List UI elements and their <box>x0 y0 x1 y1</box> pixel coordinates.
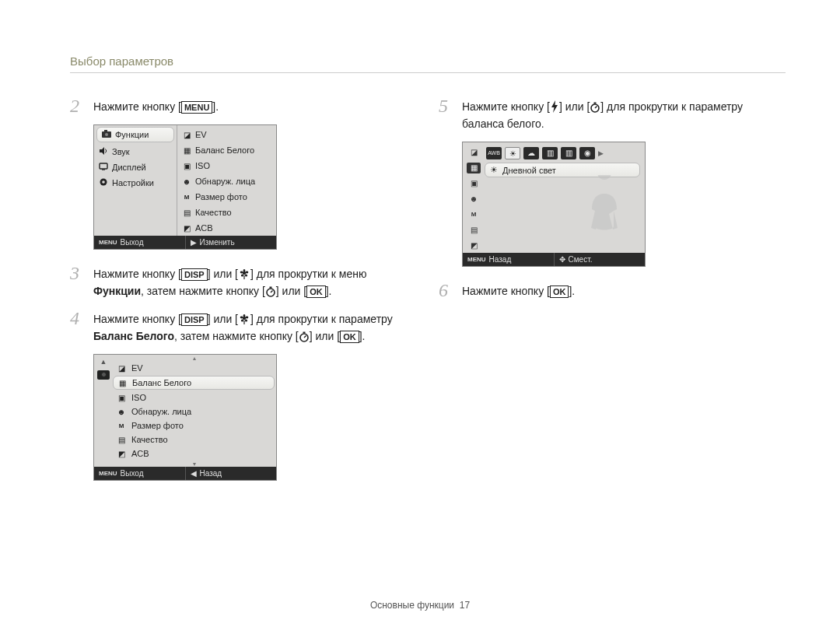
sub-label: ACB <box>195 223 213 233</box>
menu-item-functions[interactable]: Функции <box>96 127 174 142</box>
ok-button-icon: OK <box>340 331 359 343</box>
text-fragment: ]. <box>359 330 366 342</box>
sub-item-ev[interactable]: ◪EV <box>177 127 276 142</box>
sub-label: Обнаруж. лица <box>195 177 255 186</box>
wb-tungsten[interactable]: ◉ <box>579 147 595 159</box>
row-label: ISO <box>131 393 146 402</box>
svg-rect-13 <box>243 275 244 279</box>
row-iso[interactable]: ▣ISO <box>113 391 276 405</box>
wb-cloudy[interactable]: ☁ <box>523 147 539 159</box>
person-silhouette <box>581 175 628 245</box>
footer-text: Назад <box>200 469 222 478</box>
row-ev[interactable]: ◪EV <box>113 361 276 375</box>
svg-rect-4 <box>102 170 105 170</box>
menu-label-icon: MENU <box>467 256 486 263</box>
quality-icon: ▤ <box>467 225 481 236</box>
row-wb[interactable]: ▦Баланс Белого <box>113 376 275 390</box>
step-3: 3 Нажмите кнопку [DISP] или [] для прокр… <box>70 264 404 299</box>
chevron-up-icon: ▲ <box>100 358 107 366</box>
row-size[interactable]: MРазмер фото <box>113 419 276 433</box>
wb-awb[interactable]: AWB <box>486 147 502 159</box>
acb-icon: ◩ <box>116 450 127 458</box>
footer-back[interactable]: MENUНазад <box>463 253 554 266</box>
text-fragment: Нажмите кнопку [ <box>93 268 181 280</box>
row-label: Баланс Белого <box>132 378 191 387</box>
menu-label: Настройки <box>112 178 154 187</box>
size-icon: M <box>116 422 127 429</box>
camshot-left-panel: Функции Звук Дисплей <box>94 125 177 236</box>
svg-point-11 <box>241 274 243 276</box>
wb-selected-label: Дневной свет <box>502 166 556 175</box>
sub-item-size[interactable]: MРазмер фото <box>177 189 276 205</box>
step-number: 5 <box>439 96 454 115</box>
footer-text: Смест. <box>569 255 593 264</box>
ok-button-icon: OK <box>550 285 569 298</box>
camera-icon <box>97 370 110 380</box>
step-text: Нажмите кнопку [MENU]. <box>93 96 219 115</box>
row-label: ACB <box>131 449 149 458</box>
face-icon: ☻ <box>181 177 192 186</box>
cs3-body: ◪ ▦ ▣ ☻ M ▤ ◩ AWB ☀ ☁ ▥ <box>463 142 645 253</box>
wb-fluorescent-h[interactable]: ▥ <box>542 147 558 159</box>
content-columns: 2 Нажмите кнопку [MENU]. Функции <box>70 96 786 495</box>
timer-icon <box>590 102 600 113</box>
size-icon: M <box>181 194 192 201</box>
text-fragment: Нажмите кнопку [ <box>462 100 550 113</box>
sub-item-acb[interactable]: ◩ACB <box>177 220 276 236</box>
sub-item-iso[interactable]: ▣ISO <box>177 158 276 173</box>
menu-label: Дисплей <box>112 163 146 172</box>
row-quality[interactable]: ▤Качество <box>113 433 276 447</box>
text-fragment: ] или [ <box>276 285 306 297</box>
footer-exit[interactable]: MENUВыход <box>94 236 185 249</box>
footer-shift[interactable]: ✥Смест. <box>554 253 646 266</box>
back-icon: ◀ <box>191 469 197 478</box>
ev-icon: ◪ <box>116 364 127 373</box>
svg-point-6 <box>102 180 105 184</box>
wb-option-strip: AWB ☀ ☁ ▥ ▥ ◉ ▶ <box>485 145 645 163</box>
step-number: 2 <box>70 96 86 115</box>
sub-item-wb[interactable]: ▦Баланс Белого <box>177 142 276 158</box>
step-number: 6 <box>439 281 454 299</box>
text-fragment: ] для прокрутки к меню <box>250 268 366 280</box>
step-number: 3 <box>70 264 86 282</box>
cs2-leftbar: ▲ <box>94 355 113 467</box>
step-text: Нажмите кнопку [] или [] для прокрутки к… <box>462 96 773 132</box>
footer-change[interactable]: ▶Изменить <box>185 236 277 249</box>
text-fragment: ] или [ <box>559 100 590 113</box>
footer-exit[interactable]: MENUВыход <box>94 467 185 480</box>
wb-fluorescent-l[interactable]: ▥ <box>561 147 576 159</box>
text-fragment: ] для прокрутки к параметру <box>250 313 393 325</box>
chevron-up-icon: ▴ <box>113 355 276 361</box>
camera-menu-screenshot-2: ▲ ▴ ◪EV ▦Баланс Белого ▣ISO ☻Обнаруж. ли… <box>93 354 277 481</box>
camshot-right-panel: ◪EV ▦Баланс Белого ▣ISO ☻Обнаруж. лица M… <box>177 125 276 236</box>
row-acb[interactable]: ◩ACB <box>113 447 276 461</box>
footer-back[interactable]: ◀Назад <box>185 467 277 480</box>
sub-item-face[interactable]: ☻Обнаруж. лица <box>177 173 276 189</box>
macro-flower-icon <box>238 269 250 280</box>
menu-label-icon: MENU <box>99 470 117 477</box>
svg-rect-23 <box>243 321 244 324</box>
row-label: EV <box>131 363 143 373</box>
sub-item-quality[interactable]: ▤Качество <box>177 205 276 220</box>
camshot-footer: MENUВыход ◀Назад <box>94 467 276 480</box>
step-text: Нажмите кнопку [OK]. <box>462 281 575 299</box>
sub-label: ISO <box>195 161 210 170</box>
svg-point-19 <box>240 317 243 319</box>
svg-line-29 <box>595 107 597 109</box>
sun-icon: ☀ <box>490 165 498 175</box>
svg-line-26 <box>304 336 306 338</box>
row-face[interactable]: ☻Обнаруж. лица <box>113 405 276 419</box>
camera-wb-screenshot: ◪ ▦ ▣ ☻ M ▤ ◩ AWB ☀ ☁ ▥ <box>462 142 646 267</box>
svg-point-22 <box>245 319 247 321</box>
wb-daylight[interactable]: ☀ <box>505 147 520 159</box>
svg-point-20 <box>246 317 249 319</box>
step-6: 6 Нажмите кнопку [OK]. <box>439 281 773 299</box>
menu-item-display[interactable]: Дисплей <box>94 159 177 175</box>
svg-point-18 <box>243 314 246 317</box>
cs2-body: ▲ ▴ ◪EV ▦Баланс Белого ▣ISO ☻Обнаруж. ли… <box>94 355 276 467</box>
menu-item-settings[interactable]: Настройки <box>94 175 177 191</box>
menu-item-sound[interactable]: Звук <box>94 144 177 159</box>
footer-page: 17 <box>460 600 470 611</box>
svg-point-2 <box>105 133 108 136</box>
svg-rect-25 <box>303 332 305 334</box>
